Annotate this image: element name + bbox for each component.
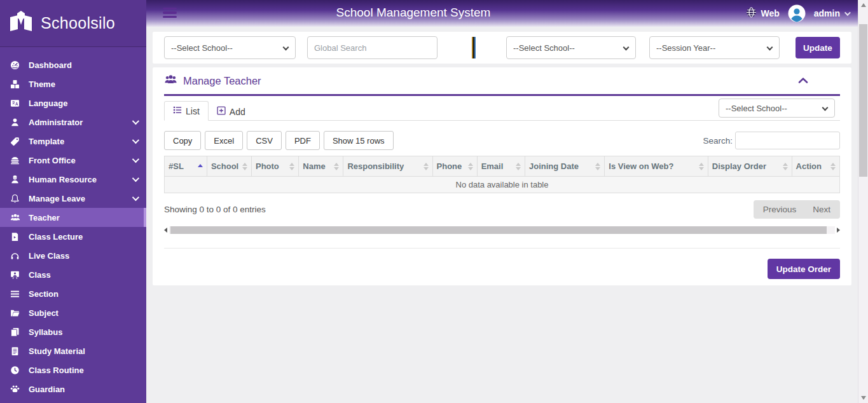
sidebar-item-label: Subject: [29, 308, 59, 318]
school-select2-wrap: --Select School--: [506, 36, 636, 59]
tab-list[interactable]: List: [164, 101, 209, 121]
hamburger-menu-icon[interactable]: [163, 8, 177, 20]
collapse-panel-button[interactable]: [798, 76, 840, 86]
vertical-scrollbar[interactable]: [858, 0, 868, 403]
column-header-display-order[interactable]: Display Order: [708, 156, 792, 177]
manage-teacher-panel: Manage Teacher ListAdd --Select School--: [153, 67, 851, 285]
sidebar-item-label: Template: [29, 137, 64, 146]
horizontal-scrollbar: [164, 226, 840, 235]
school-select[interactable]: --Select School--: [164, 36, 296, 59]
class-icon: [10, 270, 20, 280]
sidebar-item-human-resource[interactable]: Human Resource: [0, 170, 146, 189]
scroll-up-arrow-icon[interactable]: [861, 3, 866, 7]
sort-icon: [516, 163, 521, 170]
column-header-email[interactable]: Email: [477, 156, 525, 177]
sidebar-item-section[interactable]: Section: [0, 284, 146, 303]
sidebar-item-manage-leave[interactable]: Manage Leave: [0, 189, 146, 208]
session-year-wrap: --Session Year--: [649, 36, 780, 59]
update-button[interactable]: Update: [796, 37, 840, 58]
column-header-joining-date[interactable]: Joining Date: [525, 156, 605, 177]
web-link[interactable]: Web: [746, 7, 779, 20]
scroll-left-arrow-icon[interactable]: [164, 228, 167, 233]
top-header: School Management System Web: [146, 0, 858, 27]
column-header-name[interactable]: Name: [299, 156, 343, 177]
scroll-right-arrow-icon[interactable]: [837, 228, 840, 233]
list-icon: [173, 106, 182, 116]
global-search-input[interactable]: [307, 36, 437, 59]
panel-school-filter[interactable]: --Select School--: [719, 99, 835, 118]
page-title: School Management System: [336, 6, 491, 20]
chevron-down-icon: [132, 156, 139, 163]
column-header-phone[interactable]: Phone: [432, 156, 477, 177]
csv-button[interactable]: CSV: [247, 131, 282, 150]
brand-logo-icon: [8, 10, 34, 37]
sidebar-item-front-office[interactable]: Front Office: [0, 151, 146, 170]
chevron-down-icon: [844, 10, 851, 16]
sidebar-item-study-material[interactable]: Study Material: [0, 341, 146, 360]
session-year-select[interactable]: --Session Year--: [649, 36, 780, 59]
previous-page-button[interactable]: Previous: [763, 205, 797, 214]
sidebar-item-dashboard[interactable]: Dashboard: [0, 55, 146, 74]
sidebar-item-class[interactable]: Class: [0, 265, 146, 284]
tab-label: List: [186, 106, 200, 116]
column-label: Photo: [256, 161, 279, 171]
sort-icon: [242, 163, 247, 170]
sidebar-item-administrator[interactable]: Administrator: [0, 113, 146, 132]
school-select-secondary[interactable]: --Select School--: [506, 36, 636, 59]
horizontal-scroll-thumb[interactable]: [170, 226, 827, 234]
sidebar-item-syllabus[interactable]: Syllabus: [0, 322, 146, 341]
chevron-down-icon: [132, 194, 139, 201]
teacher-table: #SLSchoolPhotoNameResponsibilityPhoneEma…: [164, 156, 840, 193]
horizontal-scroll-track[interactable]: [169, 226, 835, 234]
column-header-action[interactable]: Action: [792, 156, 839, 177]
panel-header: Manage Teacher: [164, 67, 840, 96]
tab-label: Add: [230, 107, 245, 117]
table-search-input[interactable]: [735, 132, 840, 149]
chevron-down-icon: [132, 175, 139, 182]
username: admin: [814, 8, 840, 18]
show-15-rows-button[interactable]: Show 15 rows: [324, 131, 394, 150]
sidebar-item-class-lecture[interactable]: Class Lecture: [0, 227, 146, 246]
column-header-is-view-on-web[interactable]: Is View on Web?: [605, 156, 708, 177]
avatar[interactable]: [788, 4, 806, 22]
column-label: Is View on Web?: [609, 161, 673, 171]
sidebar-item-label: Theme: [29, 79, 55, 89]
sidebar-item-class-routine[interactable]: Class Routine: [0, 360, 146, 379]
column-header-photo[interactable]: Photo: [251, 156, 298, 177]
copy-button[interactable]: Copy: [164, 131, 201, 150]
sidebar-item-label: Guardian: [29, 385, 65, 394]
showing-entries-text: Showing 0 to 0 of 0 entries: [164, 205, 266, 214]
sort-icon: [468, 163, 473, 170]
tab-add[interactable]: Add: [209, 102, 254, 121]
dashboard-icon: [10, 60, 20, 70]
web-label: Web: [761, 8, 779, 18]
column-header-responsibility[interactable]: Responsibility: [343, 156, 432, 177]
column-label: School: [211, 161, 238, 171]
add-icon: [217, 106, 226, 117]
sidebar-item-live-class[interactable]: Live Class: [0, 246, 146, 265]
subject-icon: [10, 308, 20, 318]
excel-button[interactable]: Excel: [205, 131, 243, 150]
sidebar-item-subject[interactable]: Subject: [0, 303, 146, 322]
column-header-school[interactable]: School: [207, 156, 251, 177]
sidebar-item-template[interactable]: Template: [0, 132, 146, 151]
next-page-button[interactable]: Next: [813, 205, 830, 214]
brand[interactable]: Schoolsilo: [0, 0, 146, 47]
column-header-sl[interactable]: #SL: [165, 156, 207, 177]
sidebar-item-guardian[interactable]: Guardian: [0, 379, 146, 399]
sidebar-item-theme[interactable]: Theme: [0, 74, 146, 93]
vertical-scroll-thumb[interactable]: [859, 24, 867, 177]
section-icon: [10, 289, 20, 299]
column-label: Action: [796, 161, 822, 171]
pdf-button[interactable]: PDF: [286, 131, 320, 150]
sidebar-item-label: Live Class: [29, 251, 69, 261]
table-empty-row: No data available in table: [165, 177, 840, 193]
scroll-down-arrow-icon[interactable]: [861, 396, 866, 400]
sidebar-item-teacher[interactable]: Teacher: [0, 208, 146, 227]
update-order-button[interactable]: Update Order: [768, 259, 840, 279]
theme-icon: [10, 79, 20, 89]
user-menu[interactable]: admin: [814, 8, 849, 18]
chevron-down-icon: [132, 118, 139, 125]
sort-icon: [595, 163, 600, 170]
sidebar-item-language[interactable]: Language: [0, 93, 146, 113]
